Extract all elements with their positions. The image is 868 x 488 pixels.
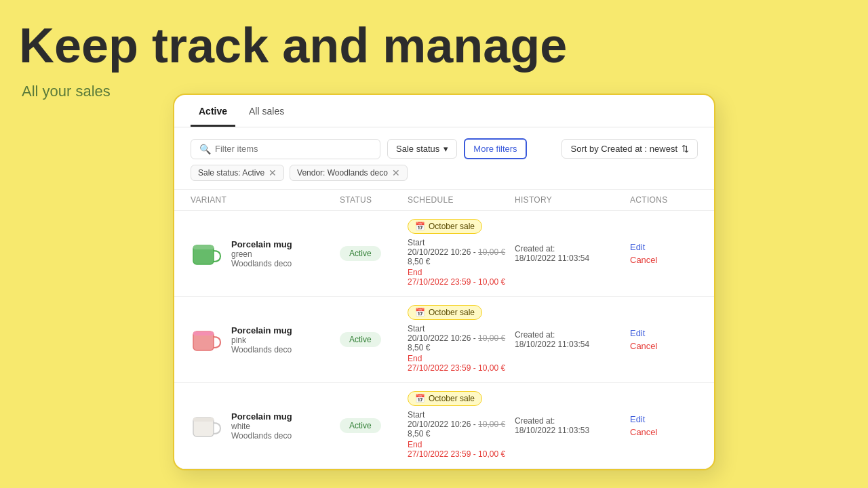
status-cell: Active	[340, 332, 408, 347]
schedule-end: End 27/10/2022 23:59 - 10,00 €	[408, 440, 515, 459]
history-cell: Created at:18/10/2022 11:03:53	[515, 416, 630, 435]
col-actions: Actions	[630, 195, 698, 205]
original-price: 10,00 €	[478, 420, 505, 429]
product-variant: white	[231, 422, 292, 431]
search-box[interactable]: 🔍	[191, 139, 380, 159]
col-history: History	[515, 195, 630, 205]
history-cell: Created at:18/10/2022 11:03:54	[515, 244, 630, 263]
actions-cell: Edit Cancel	[630, 242, 698, 265]
tab-all-sales[interactable]: All sales	[241, 95, 292, 127]
edit-button[interactable]: Edit	[630, 242, 698, 252]
search-icon: 🔍	[199, 144, 211, 155]
search-input[interactable]	[215, 144, 372, 154]
product-info: Porcelain mug green Woodlands deco	[231, 239, 292, 268]
schedule-start: Start 20/10/2022 10:26 - 10,00 € 8,50 €	[408, 238, 515, 266]
original-price: 10,00 €	[478, 247, 505, 257]
col-schedule: Schedule	[408, 195, 515, 205]
product-cell: Porcelain mug green Woodlands deco	[191, 237, 340, 270]
schedule-end: End 27/10/2022 23:59 - 10,00 €	[408, 268, 515, 287]
sort-button[interactable]: Sort by Created at : newest ⇅	[561, 139, 698, 159]
sort-icon: ⇅	[682, 144, 689, 154]
col-variant: Variant	[191, 195, 340, 205]
product-variant: pink	[231, 336, 292, 345]
page-title: Keep track and manage	[19, 19, 567, 73]
cancel-button[interactable]: Cancel	[630, 341, 698, 351]
filter-chips: Sale status: Active ✕ Vendor: Woodlands …	[174, 165, 714, 189]
product-cell: Porcelain mug white Woodlands deco	[191, 409, 340, 442]
history-cell: Created at:18/10/2022 11:03:54	[515, 330, 630, 349]
edit-button[interactable]: Edit	[630, 414, 698, 424]
product-image	[191, 409, 223, 442]
product-name: Porcelain mug	[231, 411, 292, 422]
product-info: Porcelain mug white Woodlands deco	[231, 411, 292, 441]
actions-cell: Edit Cancel	[630, 328, 698, 351]
more-filters-label: More filters	[473, 144, 517, 154]
table-header: Variant Status Schedule History Actions	[174, 189, 714, 211]
tab-bar: Active All sales	[174, 95, 714, 127]
product-image	[191, 237, 223, 270]
product-cell: Porcelain mug pink Woodlands deco	[191, 323, 340, 356]
status-badge: Active	[340, 246, 381, 261]
status-badge: Active	[340, 418, 381, 433]
col-status: Status	[340, 195, 408, 205]
tab-active[interactable]: Active	[191, 95, 235, 127]
product-name: Porcelain mug	[231, 239, 292, 249]
original-price: 10,00 €	[478, 333, 505, 343]
table-row: Porcelain mug green Woodlands deco Activ…	[174, 211, 714, 297]
schedule-start: Start 20/10/2022 10:26 - 10,00 € 8,50 €	[408, 410, 515, 439]
sort-label: Sort by Created at : newest	[570, 144, 677, 154]
sale-tag: 📅 October sale	[408, 219, 482, 234]
edit-button[interactable]: Edit	[630, 328, 698, 338]
calendar-icon: 📅	[415, 308, 425, 317]
schedule-cell: 📅 October sale Start 20/10/2022 10:26 - …	[408, 305, 515, 374]
calendar-icon: 📅	[415, 394, 425, 403]
product-info: Porcelain mug pink Woodlands deco	[231, 325, 292, 354]
chevron-down-icon: ▾	[443, 144, 448, 154]
vendor-filter-chip: Vendor: Woodlands deco ✕	[290, 165, 408, 181]
sale-status-label: Sale status	[396, 144, 439, 154]
cancel-button[interactable]: Cancel	[630, 255, 698, 265]
status-filter-close[interactable]: ✕	[269, 168, 277, 178]
cancel-button[interactable]: Cancel	[630, 427, 698, 437]
product-variant: green	[231, 249, 292, 259]
svg-rect-3	[193, 331, 214, 336]
vendor-filter-close[interactable]: ✕	[392, 168, 400, 178]
sale-status-button[interactable]: Sale status ▾	[387, 139, 457, 159]
svg-rect-1	[193, 245, 214, 249]
status-cell: Active	[340, 246, 408, 261]
actions-cell: Edit Cancel	[630, 414, 698, 437]
table-row: Porcelain mug pink Woodlands deco Active…	[174, 297, 714, 383]
product-vendor: Woodlands deco	[231, 345, 292, 354]
toolbar: 🔍 Sale status ▾ More filters Sort by Cre…	[174, 127, 714, 165]
product-vendor: Woodlands deco	[231, 259, 292, 268]
schedule-start: Start 20/10/2022 10:26 - 10,00 € 8,50 €	[408, 324, 515, 352]
calendar-icon: 📅	[415, 222, 425, 231]
product-name: Porcelain mug	[231, 325, 292, 336]
page-subtitle: All your sales	[22, 83, 111, 100]
table-row: Porcelain mug white Woodlands deco Activ…	[174, 383, 714, 469]
sale-tag: 📅 October sale	[408, 305, 482, 320]
svg-rect-5	[193, 418, 214, 422]
more-filters-button[interactable]: More filters	[464, 138, 526, 159]
status-badge: Active	[340, 332, 381, 347]
product-vendor: Woodlands deco	[231, 431, 292, 441]
status-filter-label: Sale status: Active	[198, 168, 264, 178]
sales-card: Active All sales 🔍 Sale status ▾ More fi…	[173, 94, 715, 470]
status-filter-chip: Sale status: Active ✕	[191, 165, 284, 181]
status-cell: Active	[340, 418, 408, 433]
product-image	[191, 323, 223, 356]
sale-tag: 📅 October sale	[408, 391, 482, 406]
schedule-end: End 27/10/2022 23:59 - 10,00 €	[408, 354, 515, 373]
schedule-cell: 📅 October sale Start 20/10/2022 10:26 - …	[408, 219, 515, 288]
schedule-cell: 📅 October sale Start 20/10/2022 10:26 - …	[408, 391, 515, 460]
vendor-filter-label: Vendor: Woodlands deco	[297, 168, 388, 178]
table-body: Porcelain mug green Woodlands deco Activ…	[174, 211, 714, 469]
